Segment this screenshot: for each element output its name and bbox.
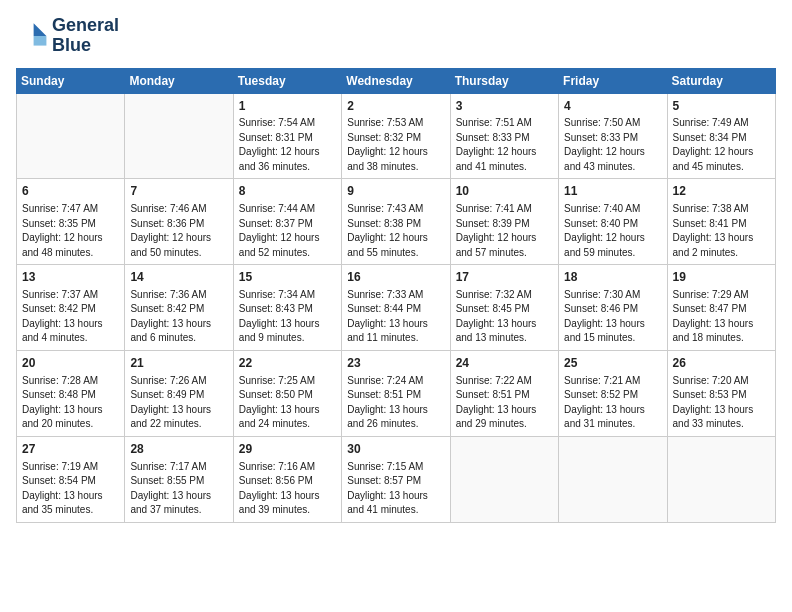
day-info: Sunrise: 7:17 AM Sunset: 8:55 PM Dayligh… [130,460,227,518]
day-number: 29 [239,441,336,458]
calendar-week-row: 20Sunrise: 7:28 AM Sunset: 8:48 PM Dayli… [17,350,776,436]
day-info: Sunrise: 7:29 AM Sunset: 8:47 PM Dayligh… [673,288,770,346]
day-info: Sunrise: 7:36 AM Sunset: 8:42 PM Dayligh… [130,288,227,346]
day-number: 11 [564,183,661,200]
weekday-header-saturday: Saturday [667,68,775,93]
day-info: Sunrise: 7:21 AM Sunset: 8:52 PM Dayligh… [564,374,661,432]
day-info: Sunrise: 7:20 AM Sunset: 8:53 PM Dayligh… [673,374,770,432]
calendar-cell: 4Sunrise: 7:50 AM Sunset: 8:33 PM Daylig… [559,93,667,179]
day-info: Sunrise: 7:28 AM Sunset: 8:48 PM Dayligh… [22,374,119,432]
calendar-cell: 24Sunrise: 7:22 AM Sunset: 8:51 PM Dayli… [450,350,558,436]
calendar-cell: 15Sunrise: 7:34 AM Sunset: 8:43 PM Dayli… [233,265,341,351]
day-info: Sunrise: 7:41 AM Sunset: 8:39 PM Dayligh… [456,202,553,260]
calendar-cell: 20Sunrise: 7:28 AM Sunset: 8:48 PM Dayli… [17,350,125,436]
day-number: 25 [564,355,661,372]
day-info: Sunrise: 7:47 AM Sunset: 8:35 PM Dayligh… [22,202,119,260]
calendar-cell: 11Sunrise: 7:40 AM Sunset: 8:40 PM Dayli… [559,179,667,265]
day-number: 27 [22,441,119,458]
day-number: 13 [22,269,119,286]
calendar-cell: 17Sunrise: 7:32 AM Sunset: 8:45 PM Dayli… [450,265,558,351]
day-number: 2 [347,98,444,115]
day-number: 12 [673,183,770,200]
calendar-cell: 25Sunrise: 7:21 AM Sunset: 8:52 PM Dayli… [559,350,667,436]
weekday-header-wednesday: Wednesday [342,68,450,93]
calendar-cell: 29Sunrise: 7:16 AM Sunset: 8:56 PM Dayli… [233,436,341,522]
day-number: 17 [456,269,553,286]
day-number: 28 [130,441,227,458]
day-info: Sunrise: 7:19 AM Sunset: 8:54 PM Dayligh… [22,460,119,518]
calendar-cell: 6Sunrise: 7:47 AM Sunset: 8:35 PM Daylig… [17,179,125,265]
calendar-table: SundayMondayTuesdayWednesdayThursdayFrid… [16,68,776,523]
day-info: Sunrise: 7:49 AM Sunset: 8:34 PM Dayligh… [673,116,770,174]
calendar-week-row: 13Sunrise: 7:37 AM Sunset: 8:42 PM Dayli… [17,265,776,351]
day-info: Sunrise: 7:34 AM Sunset: 8:43 PM Dayligh… [239,288,336,346]
calendar-cell: 8Sunrise: 7:44 AM Sunset: 8:37 PM Daylig… [233,179,341,265]
calendar-cell: 10Sunrise: 7:41 AM Sunset: 8:39 PM Dayli… [450,179,558,265]
logo: General Blue [16,16,119,56]
logo-text-general: General [52,16,119,36]
day-info: Sunrise: 7:54 AM Sunset: 8:31 PM Dayligh… [239,116,336,174]
day-number: 8 [239,183,336,200]
calendar-cell: 2Sunrise: 7:53 AM Sunset: 8:32 PM Daylig… [342,93,450,179]
day-number: 1 [239,98,336,115]
calendar-cell [17,93,125,179]
day-info: Sunrise: 7:44 AM Sunset: 8:37 PM Dayligh… [239,202,336,260]
calendar-cell: 9Sunrise: 7:43 AM Sunset: 8:38 PM Daylig… [342,179,450,265]
day-number: 20 [22,355,119,372]
day-number: 4 [564,98,661,115]
day-number: 3 [456,98,553,115]
weekday-header-sunday: Sunday [17,68,125,93]
calendar-cell: 22Sunrise: 7:25 AM Sunset: 8:50 PM Dayli… [233,350,341,436]
day-info: Sunrise: 7:33 AM Sunset: 8:44 PM Dayligh… [347,288,444,346]
day-info: Sunrise: 7:32 AM Sunset: 8:45 PM Dayligh… [456,288,553,346]
svg-marker-1 [34,36,47,46]
svg-marker-0 [34,23,47,36]
calendar-week-row: 1Sunrise: 7:54 AM Sunset: 8:31 PM Daylig… [17,93,776,179]
weekday-header-tuesday: Tuesday [233,68,341,93]
weekday-header-friday: Friday [559,68,667,93]
calendar-cell: 7Sunrise: 7:46 AM Sunset: 8:36 PM Daylig… [125,179,233,265]
calendar-cell: 18Sunrise: 7:30 AM Sunset: 8:46 PM Dayli… [559,265,667,351]
calendar-cell: 14Sunrise: 7:36 AM Sunset: 8:42 PM Dayli… [125,265,233,351]
day-info: Sunrise: 7:51 AM Sunset: 8:33 PM Dayligh… [456,116,553,174]
calendar-cell: 23Sunrise: 7:24 AM Sunset: 8:51 PM Dayli… [342,350,450,436]
calendar-cell: 16Sunrise: 7:33 AM Sunset: 8:44 PM Dayli… [342,265,450,351]
day-info: Sunrise: 7:30 AM Sunset: 8:46 PM Dayligh… [564,288,661,346]
calendar-cell: 21Sunrise: 7:26 AM Sunset: 8:49 PM Dayli… [125,350,233,436]
day-info: Sunrise: 7:15 AM Sunset: 8:57 PM Dayligh… [347,460,444,518]
calendar-cell: 19Sunrise: 7:29 AM Sunset: 8:47 PM Dayli… [667,265,775,351]
calendar-cell [667,436,775,522]
day-number: 10 [456,183,553,200]
day-info: Sunrise: 7:16 AM Sunset: 8:56 PM Dayligh… [239,460,336,518]
day-number: 14 [130,269,227,286]
day-number: 22 [239,355,336,372]
day-number: 26 [673,355,770,372]
calendar-cell: 28Sunrise: 7:17 AM Sunset: 8:55 PM Dayli… [125,436,233,522]
weekday-header-monday: Monday [125,68,233,93]
calendar-cell: 12Sunrise: 7:38 AM Sunset: 8:41 PM Dayli… [667,179,775,265]
day-info: Sunrise: 7:24 AM Sunset: 8:51 PM Dayligh… [347,374,444,432]
calendar-cell: 26Sunrise: 7:20 AM Sunset: 8:53 PM Dayli… [667,350,775,436]
calendar-week-row: 6Sunrise: 7:47 AM Sunset: 8:35 PM Daylig… [17,179,776,265]
day-number: 23 [347,355,444,372]
calendar-cell: 1Sunrise: 7:54 AM Sunset: 8:31 PM Daylig… [233,93,341,179]
page-container: General Blue SundayMondayTuesdayWednesda… [0,0,792,531]
day-number: 30 [347,441,444,458]
calendar-cell: 13Sunrise: 7:37 AM Sunset: 8:42 PM Dayli… [17,265,125,351]
day-info: Sunrise: 7:22 AM Sunset: 8:51 PM Dayligh… [456,374,553,432]
day-number: 19 [673,269,770,286]
day-number: 24 [456,355,553,372]
day-info: Sunrise: 7:46 AM Sunset: 8:36 PM Dayligh… [130,202,227,260]
day-number: 16 [347,269,444,286]
day-info: Sunrise: 7:40 AM Sunset: 8:40 PM Dayligh… [564,202,661,260]
day-number: 21 [130,355,227,372]
day-info: Sunrise: 7:26 AM Sunset: 8:49 PM Dayligh… [130,374,227,432]
day-number: 5 [673,98,770,115]
day-info: Sunrise: 7:50 AM Sunset: 8:33 PM Dayligh… [564,116,661,174]
logo-text-blue: Blue [52,36,119,56]
day-number: 7 [130,183,227,200]
day-info: Sunrise: 7:25 AM Sunset: 8:50 PM Dayligh… [239,374,336,432]
day-info: Sunrise: 7:53 AM Sunset: 8:32 PM Dayligh… [347,116,444,174]
logo-icon [16,20,48,52]
day-info: Sunrise: 7:38 AM Sunset: 8:41 PM Dayligh… [673,202,770,260]
